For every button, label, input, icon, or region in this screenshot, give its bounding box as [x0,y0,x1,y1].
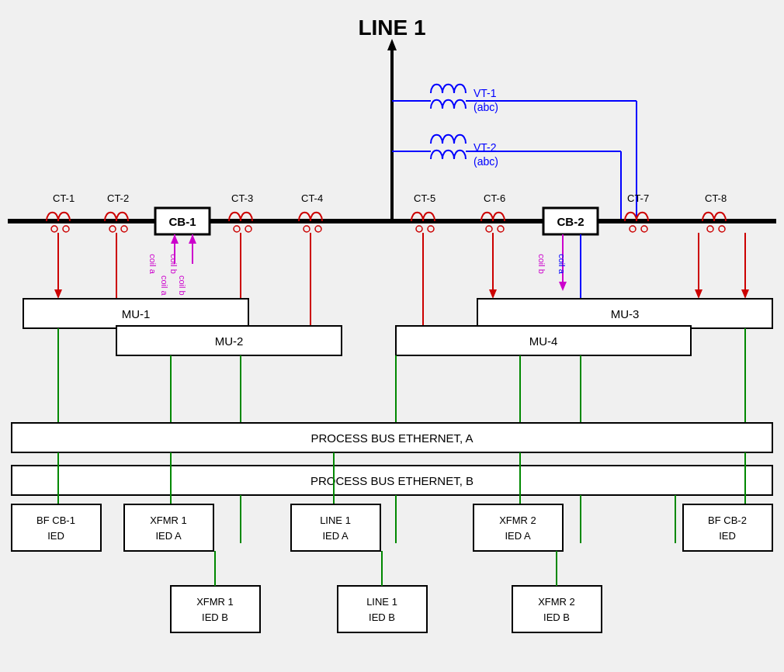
xfmr1-iedb-line1: XFMR 1 [196,596,234,608]
process-bus-b-label: PROCESS BUS ETHERNET, B [310,474,474,487]
ct2-label: CT-2 [107,192,129,204]
cb1-coilb-text: coil b [169,254,179,274]
title-label: LINE 1 [358,16,425,40]
xfmr1-ieda-box [124,504,213,551]
xfmr1-iedb-box [171,586,260,632]
vt1-label: VT-1 [474,87,497,99]
xfmr2-iedb-line2: IED B [543,611,570,623]
mu3-label: MU-3 [611,307,640,320]
xfmr1-iedb-line2: IED B [202,611,228,623]
mu1-label: MU-1 [122,307,151,320]
line1-iedb-line1: LINE 1 [366,596,397,608]
line1-ieda-box [291,504,380,551]
ct1-label: CT-1 [53,192,75,204]
bf-cb2-ied-box [683,504,772,551]
vt2-abc-label: (abc) [474,155,498,168]
cb2-coila-text: coil a [557,254,567,275]
xfmr2-iedb-line1: XFMR 2 [538,596,575,608]
cb1-label: CB-1 [168,215,196,228]
ct5-label: CT-5 [414,192,435,204]
cb1-coila-text: coil a [148,254,158,275]
vt1-abc-label: (abc) [474,101,498,113]
ct8-label: CT-8 [705,192,727,204]
bf-cb2-ied-line2: IED [719,530,736,542]
ct7-label: CT-7 [627,192,649,204]
diagram-container: LINE 1 VT-1 (abc) VT-2 (abc) CT-1 CT-2 [0,0,784,672]
line1-iedb-line2: IED B [369,611,395,623]
bf-cb2-ied-line1: BF CB-2 [708,514,747,526]
line1-iedb-box [338,586,427,632]
cb2-coilb-text: coil b [537,254,546,274]
cb2-label: CB-2 [557,215,584,228]
ct4-label: CT-4 [301,192,323,204]
bf-cb1-ied-box [12,504,101,551]
process-bus-a-label: PROCESS BUS ETHERNET, A [310,431,473,445]
cb1-coilb-label: coil b [178,275,187,296]
bf-cb1-ied-line2: IED [47,530,64,542]
xfmr1-ieda-line1: XFMR 1 [150,514,187,526]
xfmr2-ieda-box [474,504,563,551]
mu2-label: MU-2 [215,334,244,348]
bf-cb1-ied-line1: BF CB-1 [36,514,75,526]
xfmr2-ieda-line2: IED A [505,530,531,542]
mu4-label: MU-4 [529,334,558,348]
line1-ieda-line1: LINE 1 [320,514,351,526]
cb1-coila-label: coil a [160,275,169,296]
xfmr2-ieda-line1: XFMR 2 [499,514,536,526]
xfmr1-ieda-line2: IED A [155,530,182,542]
line1-ieda-line2: IED A [322,530,349,542]
xfmr2-iedb-box [512,586,602,632]
ct3-label: CT-3 [231,192,253,204]
ct6-label: CT-6 [484,192,505,204]
